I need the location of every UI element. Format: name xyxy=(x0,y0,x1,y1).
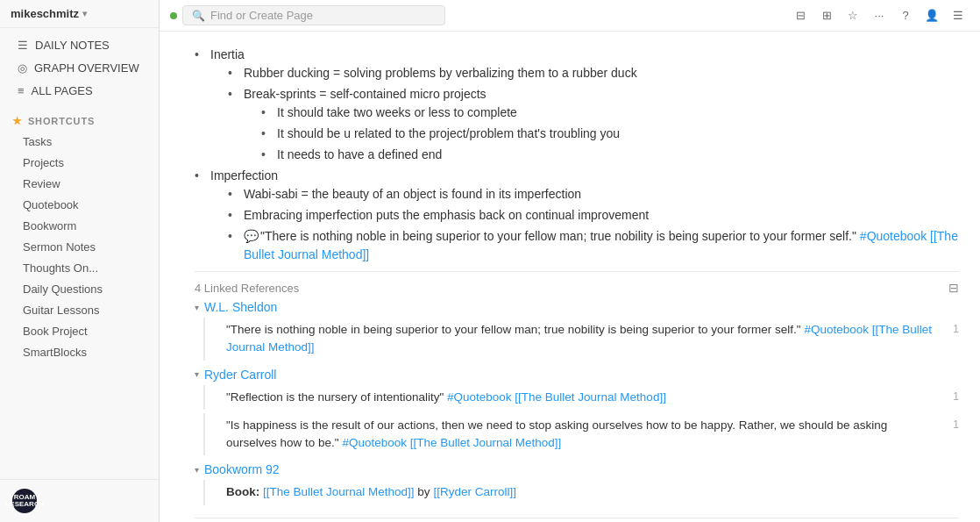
star-icon: ★ xyxy=(12,115,23,127)
sidebar-item-all-pages[interactable]: ≡ ALL PAGES xyxy=(5,80,153,102)
ref-item: Book: [[The Bullet Journal Method]] by [… xyxy=(203,480,959,504)
filter-alt-button[interactable]: ⊞ xyxy=(815,4,838,27)
list-item: It needs to have a defined end xyxy=(261,146,959,164)
shortcut-book-project[interactable]: Book Project xyxy=(5,321,153,341)
collapse-arrow-icon: ▾ xyxy=(195,465,199,475)
list-item: It should take two weeks or less to comp… xyxy=(261,104,959,122)
graph-icon: ◎ xyxy=(18,61,27,75)
list-item: Imperfection Wabi-sabi = the beauty of a… xyxy=(195,167,959,264)
list-item: Wabi-sabi = the beauty of an object is f… xyxy=(228,185,959,204)
topbar: 🔍 Find or Create Page ⊟ ⊞ ☆ ··· ? 👤 ☰ xyxy=(160,0,980,32)
list-item: 💬"There is nothing noble in being superi… xyxy=(228,227,959,264)
filter-button[interactable]: ⊟ xyxy=(789,4,812,27)
collapse-arrow-icon: ▾ xyxy=(195,303,199,312)
sidebar-label-graph-overview: GRAPH OVERVIEW xyxy=(34,61,139,75)
ref-group-header-sheldon[interactable]: ▾ W.L. Sheldon xyxy=(195,300,959,314)
content-area: Inertia Rubber ducking = solving problem… xyxy=(160,32,980,522)
ref-group-bookworm: ▾ Bookworm 92 Book: [[The Bullet Journal… xyxy=(195,462,959,504)
chevron-down-icon: ▾ xyxy=(82,9,87,18)
sidebar-bottom: ROAMRESEARCH xyxy=(0,479,159,522)
linked-refs-count: 4 Linked References xyxy=(195,282,299,295)
ryder-carroll-link-bw[interactable]: [[Ryder Carroll]] xyxy=(433,485,516,498)
search-input[interactable]: Find or Create Page xyxy=(210,9,313,22)
notes-list: Inertia Rubber ducking = solving problem… xyxy=(195,46,959,264)
star-button[interactable]: ☆ xyxy=(842,4,864,27)
quotebook-tag[interactable]: #Quotebook xyxy=(860,229,927,243)
collapse-arrow-icon: ▾ xyxy=(195,369,199,379)
bullet-journal-link[interactable]: [[The Bullet Journal Method]] xyxy=(244,229,958,261)
bullet-journal-link-bw[interactable]: [[The Bullet Journal Method]] xyxy=(263,485,415,498)
shortcut-guitar-lessons[interactable]: Guitar Lessons xyxy=(5,300,153,320)
ref-item-count: 1 xyxy=(945,321,959,337)
linked-refs-header: 4 Linked References ⊟ xyxy=(195,271,959,300)
shortcut-projects[interactable]: Projects xyxy=(5,153,153,173)
help-button[interactable]: ? xyxy=(894,4,917,27)
list-item: Inertia Rubber ducking = solving problem… xyxy=(195,46,959,164)
roam-logo: ROAMRESEARCH xyxy=(12,489,37,513)
shortcuts-section-label: ★ SHORTCUTS xyxy=(0,108,159,131)
shortcut-quotebook[interactable]: Quotebook xyxy=(5,195,153,215)
search-icon: 🔍 xyxy=(192,10,205,22)
sidebar-label-all-pages: ALL PAGES xyxy=(32,84,93,97)
quotebook-tag-ryder2[interactable]: #Quotebook xyxy=(342,436,407,449)
sidebar-item-graph-overview[interactable]: ◎ GRAPH OVERVIEW xyxy=(5,57,153,79)
sidebar-toggle-button[interactable]: ☰ xyxy=(947,4,969,27)
topbar-actions: ⊟ ⊞ ☆ ··· ? 👤 ☰ xyxy=(789,4,969,27)
user-name: mikeschmitz xyxy=(11,7,79,20)
sidebar-label-daily-notes: DAILY NOTES xyxy=(35,39,110,52)
bullet-journal-link-ryder2[interactable]: [[The Bullet Journal Method]] xyxy=(410,436,562,449)
ref-item: "There is nothing noble in being superio… xyxy=(203,318,959,361)
ref-group-header-ryder[interactable]: ▾ Ryder Carroll xyxy=(195,368,959,382)
shortcut-tasks[interactable]: Tasks xyxy=(5,132,153,152)
list-item: Embracing imperfection puts the emphasis… xyxy=(228,206,959,225)
shortcut-bookworm[interactable]: Bookworm xyxy=(5,216,153,236)
shortcut-smartblocks[interactable]: SmartBlocks xyxy=(5,342,153,362)
ref-group-ryder: ▾ Ryder Carroll "Reflection is the nurse… xyxy=(195,368,959,456)
shortcut-thoughts-on[interactable]: Thoughts On... xyxy=(5,258,153,278)
sidebar-item-daily-notes[interactable]: ☰ DAILY NOTES xyxy=(5,34,153,56)
nav-section-main: ☰ DAILY NOTES ◎ GRAPH OVERVIEW ≡ ALL PAG… xyxy=(0,28,159,108)
list-item: Rubber ducking = solving problems by ver… xyxy=(228,64,959,82)
filter-linked-refs-button[interactable]: ⊟ xyxy=(948,281,959,295)
list-item: Break-sprints = self-contained micro pro… xyxy=(228,85,959,164)
shortcut-sermon-notes[interactable]: Sermon Notes xyxy=(5,237,153,257)
sidebar: mikeschmitz ▾ ☰ DAILY NOTES ◎ GRAPH OVER… xyxy=(0,0,160,522)
more-options-button[interactable]: ··· xyxy=(868,4,891,27)
ref-item: "Reflection is the nursery of intentiona… xyxy=(203,385,959,410)
bullet-journal-link-ryder1[interactable]: [[The Bullet Journal Method]] xyxy=(515,390,666,404)
shortcut-review[interactable]: Review xyxy=(5,174,153,194)
calendar-icon: ☰ xyxy=(18,39,28,52)
user-icon-button[interactable]: 👤 xyxy=(920,4,943,27)
status-dot xyxy=(170,12,177,19)
user-menu[interactable]: mikeschmitz ▾ xyxy=(0,0,159,28)
shortcuts-list: Tasks Projects Review Quotebook Bookworm… xyxy=(0,131,159,363)
list-item: It should be u related to the project/pr… xyxy=(261,125,959,143)
ref-group-header-bookworm[interactable]: ▾ Bookworm 92 xyxy=(195,462,959,476)
ref-item-count: 1 xyxy=(945,417,959,433)
search-box[interactable]: 🔍 Find or Create Page xyxy=(182,5,445,25)
quotebook-tag-ref[interactable]: #Quotebook xyxy=(804,323,869,336)
ref-group-title-sheldon[interactable]: W.L. Sheldon xyxy=(204,300,277,314)
ref-group-sheldon: ▾ W.L. Sheldon "There is nothing noble i… xyxy=(195,300,959,361)
quotebook-tag-ryder1[interactable]: #Quotebook xyxy=(447,390,512,404)
shortcut-daily-questions[interactable]: Daily Questions xyxy=(5,279,153,299)
ref-item: "Is happiness is the result of our actio… xyxy=(203,413,959,456)
pages-icon: ≡ xyxy=(18,84,25,97)
bullet-inertia: Inertia xyxy=(210,47,245,61)
ref-group-title-bookworm[interactable]: Bookworm 92 xyxy=(204,462,280,476)
ref-item-count: 1 xyxy=(945,389,959,404)
ref-group-title-ryder[interactable]: Ryder Carroll xyxy=(204,368,276,382)
main-area: 🔍 Find or Create Page ⊟ ⊞ ☆ ··· ? 👤 ☰ In… xyxy=(160,0,980,522)
unlinked-refs-header[interactable]: Unlinked References xyxy=(195,518,959,523)
